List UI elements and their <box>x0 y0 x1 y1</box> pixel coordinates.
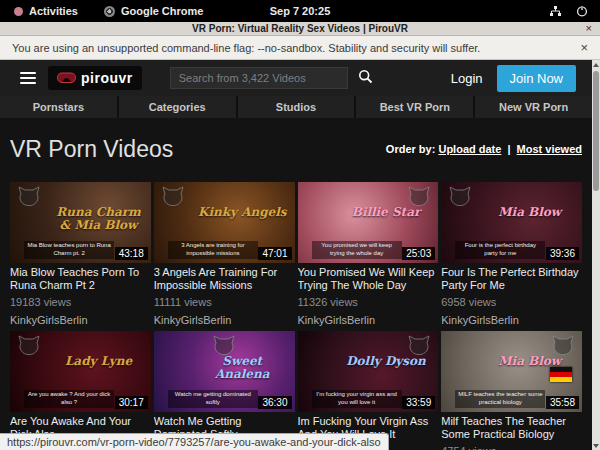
thumbnail-overlay-title: Mia Blow <box>483 206 576 219</box>
thumbnail-caption: You promised we will keep trying the who… <box>312 241 402 259</box>
duration-badge: 25:03 <box>402 247 435 260</box>
thumbnail-overlay-title: Billie Star <box>340 206 433 219</box>
video-title[interactable]: Milf Teaches The Teacher Some Practical … <box>441 415 582 441</box>
channel-link[interactable]: KinkyGirlsBerlin <box>298 314 439 327</box>
thumbnail-caption: Are you awake ? And your dick also ? <box>24 390 114 408</box>
thumbnail-caption: 3 Angels are training for impossible mis… <box>168 241 258 259</box>
view-count: 19183 views <box>10 296 151 309</box>
thumbnail-overlay-title: Runa Charm & Mia Blow <box>52 206 145 231</box>
system-top-bar: Activities Google Chrome Sep 7 20:25 <box>0 0 600 22</box>
thumbnail-overlay-title: Dolly Dyson <box>340 355 433 368</box>
network-icon[interactable] <box>549 5 562 17</box>
scrollbar-thumb[interactable] <box>593 71 599 191</box>
view-count: 4754 views <box>441 445 582 450</box>
view-count: 11326 views <box>298 296 439 309</box>
video-card[interactable]: Runa Charm & Mia Blow Mia Blow teaches p… <box>10 182 151 327</box>
video-card[interactable]: Billie Star You promised we will keep tr… <box>298 182 439 327</box>
thumbnail-overlay-title: Kinky Angels <box>196 206 289 219</box>
scroll-up-button[interactable] <box>592 60 600 69</box>
video-grid: Runa Charm & Mia Blow Mia Blow teaches p… <box>10 182 582 450</box>
vr-headset-icon <box>57 72 76 84</box>
nav-new-vr-porn[interactable]: New VR Porn <box>473 96 592 118</box>
search-icon <box>358 69 373 84</box>
channel-link[interactable]: KinkyGirlsBerlin <box>154 314 295 327</box>
activities-label: Activities <box>29 5 78 17</box>
chrome-infobar: You are using an unsupported command-lin… <box>0 36 600 60</box>
power-icon[interactable] <box>576 5 588 17</box>
site-header: pirouvr Login Join Now <box>0 60 592 96</box>
activities-button[interactable]: Activities <box>14 5 78 17</box>
video-card[interactable]: Mia Blow Four is the perfect birthday pa… <box>441 182 582 327</box>
recording-indicator-icon <box>14 7 23 16</box>
order-by-label: Order by: <box>386 143 436 155</box>
view-count: 6958 views <box>441 296 582 309</box>
order-by-controls: Order by: Upload date | Most viewed <box>386 143 582 155</box>
thumbnail-caption: Mia Blow teaches porn to Runa Charm pt. … <box>24 241 114 259</box>
app-menu-label: Google Chrome <box>121 5 204 17</box>
browser-viewport: pirouvr Login Join Now <box>0 60 600 450</box>
page-title: VR Porn Videos <box>10 136 173 163</box>
thumbnail-caption: Watch me getting dominated softly <box>168 390 258 408</box>
channel-link[interactable]: KinkyGirlsBerlin <box>10 314 151 327</box>
video-thumbnail[interactable]: Dolly Dyson I'm fucking your virgin ass … <box>298 331 439 412</box>
video-thumbnail[interactable]: Mia Blow Four is the perfect birthday pa… <box>441 182 582 263</box>
site-logo-text: pirouvr <box>81 70 133 86</box>
vertical-scrollbar[interactable] <box>592 60 600 450</box>
hamburger-menu-icon[interactable] <box>20 69 36 87</box>
order-by-most-viewed-link[interactable]: Most viewed <box>517 143 582 155</box>
studio-watermark-icon <box>162 186 184 206</box>
video-thumbnail[interactable]: Mia Blow MILF teaches the teacher some p… <box>441 331 582 412</box>
video-thumbnail[interactable]: Sweet Analena Watch me getting dominated… <box>154 331 295 412</box>
video-title[interactable]: Four Is The Perfect Birthday Party For M… <box>441 266 582 292</box>
login-link[interactable]: Login <box>451 71 483 86</box>
infobar-message: You are using an unsupported command-lin… <box>12 42 480 54</box>
studio-watermark-icon <box>213 335 235 355</box>
video-thumbnail[interactable]: Lady Lyne Are you awake ? And your dick … <box>10 331 151 412</box>
site-logo[interactable]: pirouvr <box>48 66 142 90</box>
join-now-button[interactable]: Join Now <box>497 65 576 92</box>
window-close-button[interactable]: × <box>586 22 592 35</box>
video-card[interactable]: Mia Blow MILF teaches the teacher some p… <box>441 331 582 450</box>
video-thumbnail[interactable]: Billie Star You promised we will keep tr… <box>298 182 439 263</box>
nav-pornstars[interactable]: Pornstars <box>0 96 117 118</box>
duration-badge: 39:36 <box>546 247 579 260</box>
duration-badge: 30:17 <box>115 396 148 409</box>
studio-watermark-icon <box>552 335 574 355</box>
german-flag-icon <box>550 367 572 382</box>
search-input[interactable] <box>170 67 348 89</box>
video-thumbnail[interactable]: Runa Charm & Mia Blow Mia Blow teaches p… <box>10 182 151 263</box>
duration-badge: 36:30 <box>258 396 291 409</box>
main-nav: Pornstars Categories Studios Best VR Por… <box>0 96 592 118</box>
thumbnail-overlay-title: Mia Blow <box>483 355 576 368</box>
app-menu-google-chrome[interactable]: Google Chrome <box>104 5 204 17</box>
video-title[interactable]: Mia Blow Teaches Porn To Runa Charm Pt 2 <box>10 266 151 292</box>
video-thumbnail[interactable]: Kinky Angels 3 Angels are training for i… <box>154 182 295 263</box>
thumbnail-overlay-title: Sweet Analena <box>196 355 289 380</box>
duration-badge: 33:59 <box>402 396 435 409</box>
video-card[interactable]: Kinky Angels 3 Angels are training for i… <box>154 182 295 327</box>
nav-categories[interactable]: Categories <box>117 96 236 118</box>
nav-best-vr-porn[interactable]: Best VR Porn <box>354 96 473 118</box>
view-count: 11111 views <box>154 296 295 309</box>
video-title[interactable]: You Promised We Will Keep Trying The Who… <box>298 266 439 292</box>
search-button[interactable] <box>348 67 383 89</box>
order-by-separator: | <box>504 143 513 155</box>
infobar-close-button[interactable]: × <box>580 40 588 55</box>
studio-watermark-icon <box>449 186 471 206</box>
duration-badge: 47:01 <box>258 247 291 260</box>
video-title[interactable]: 3 Angels Are Training For Impossible Mis… <box>154 266 295 292</box>
order-by-upload-date-link[interactable]: Upload date <box>438 143 501 155</box>
window-title: VR Porn: Virtual Reality Sex Videos | Pi… <box>0 23 600 34</box>
thumbnail-overlay-title: Lady Lyne <box>52 355 145 368</box>
status-url-tooltip: https://pirouvr.com/vr-porn-video/779325… <box>0 433 389 450</box>
duration-badge: 43:18 <box>115 247 148 260</box>
studio-watermark-icon <box>408 186 430 206</box>
studio-watermark-icon <box>408 335 430 355</box>
scroll-down-button[interactable] <box>592 441 600 450</box>
duration-badge: 35:58 <box>546 396 579 409</box>
thumbnail-caption: MILF teaches the teacher some practical … <box>455 390 545 408</box>
chrome-icon <box>104 6 115 17</box>
studio-watermark-icon <box>18 186 40 206</box>
nav-studios[interactable]: Studios <box>236 96 355 118</box>
channel-link[interactable]: KinkyGirlsBerlin <box>441 314 582 327</box>
